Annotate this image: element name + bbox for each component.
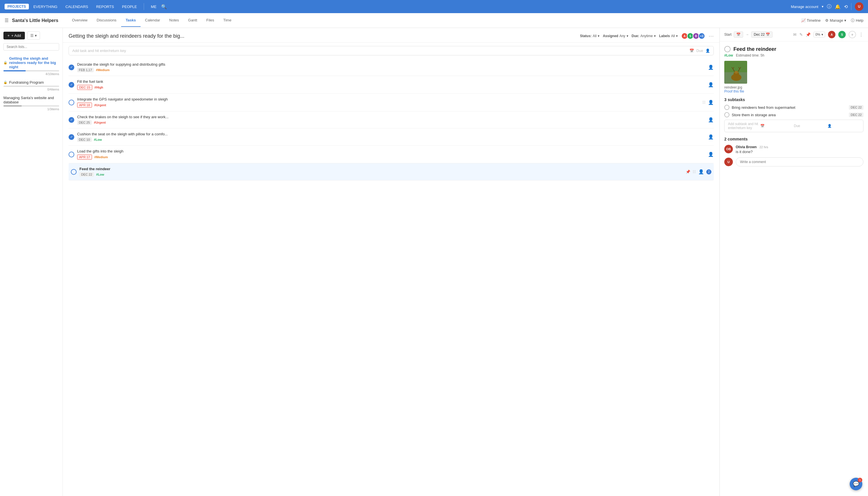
paperclip-icon[interactable]: 📌 (686, 170, 690, 174)
projects-logo[interactable]: PROJECTS (4, 4, 29, 10)
task-meta-5: DEC 10 #Low (77, 137, 705, 142)
timeline-button[interactable]: 📈 Timeline (801, 18, 821, 22)
manage-button[interactable]: ⚙ Manage ▾ (825, 18, 846, 22)
task-meta-7: DEC 22 #Low (79, 172, 683, 177)
task-assign-icon-4[interactable]: 👤 (708, 117, 714, 123)
sub-nav: ☰ Santa's Little Helpers Overview Discus… (0, 13, 868, 28)
tab-tasks[interactable]: Tasks (121, 14, 140, 27)
progress-select[interactable]: 0% ▾ (813, 32, 825, 37)
tab-calendar[interactable]: Calendar (140, 14, 165, 27)
assigned-filter[interactable]: Assigned Any ▾ (603, 34, 628, 38)
attachment-icon[interactable]: 📌 (806, 32, 810, 37)
task-check-7[interactable] (71, 169, 77, 175)
task-check-6[interactable] (68, 152, 74, 157)
add-button[interactable]: + + Add (3, 32, 25, 40)
subtask-name-1: Bring reindeers feed from supermarket (732, 105, 847, 110)
task-assign-icon-3[interactable]: 👤 (708, 100, 714, 105)
hamburger-icon[interactable]: ☰ (4, 18, 9, 23)
labels-filter[interactable]: Labels All ▾ (659, 34, 678, 38)
start-date-chip[interactable]: 📅 (734, 31, 743, 38)
tab-gantt[interactable]: Gantt (183, 14, 202, 27)
add-task-bar[interactable]: Add task and hit enter/return key 📅 Due … (68, 46, 714, 56)
detail-avatar-2[interactable]: S (838, 31, 846, 38)
info-icon[interactable]: ⓘ (827, 4, 832, 10)
tab-overview[interactable]: Overview (67, 14, 92, 27)
task-name-4: Check the brakes on the sleigh to see if… (77, 115, 705, 119)
task-badge-count-7: 2 (706, 169, 712, 174)
mail-icon[interactable]: ✉ (793, 32, 796, 37)
project-title: Santa's Little Helpers (12, 18, 58, 23)
sub-nav-right: 📈 Timeline ⚙ Manage ▾ ⓘ Help (801, 18, 864, 23)
nav-me[interactable]: ME (148, 3, 160, 11)
nav-everything[interactable]: EVERYTHING (30, 3, 61, 11)
list-name-2: 🔒 Fundraising Program (3, 80, 59, 84)
task-name-2: Fill the fuel tank (77, 79, 705, 84)
tab-discussions[interactable]: Discussions (92, 14, 121, 27)
bell-icon[interactable]: 🔔 (835, 4, 841, 10)
manage-account-link[interactable]: Manage account (791, 4, 818, 9)
list-icon[interactable]: ☷ (702, 100, 706, 105)
fab-button[interactable]: 💬 1 (850, 478, 862, 490)
subtask-check-1[interactable] (724, 105, 729, 110)
due-filter[interactable]: Due: Anytime ▾ (632, 34, 656, 38)
add-assignee-button[interactable]: + (849, 31, 856, 38)
task-detail-check[interactable] (724, 46, 731, 52)
more-options-button[interactable]: ⋯ (709, 33, 714, 39)
tab-time[interactable]: Time (219, 14, 236, 27)
task-check-5[interactable]: ✓ (68, 134, 74, 140)
nav-reports[interactable]: REPORTS (93, 3, 118, 11)
status-filter-value: All (593, 34, 597, 38)
search-lists-input[interactable] (3, 43, 59, 50)
task-body-4: Check the brakes on the sleigh to see if… (77, 115, 705, 125)
list-icon[interactable]: ☷ (692, 170, 696, 174)
sidebar-item-list-1[interactable]: 🔒 Getting the sleigh and reindeers ready… (0, 54, 63, 78)
calendar-icon: 📅 (766, 33, 770, 36)
sidebar-item-list-2[interactable]: 🔒 Fundraising Program 0/4items (0, 78, 63, 93)
end-date-chip[interactable]: Dec 22 📅 (751, 31, 773, 38)
filter-button[interactable]: ☰ ▾ (27, 31, 40, 40)
user-avatar[interactable]: U (855, 2, 864, 11)
calendar-icon: 📅 (736, 33, 741, 36)
pencil-icon[interactable]: ✎ (800, 32, 803, 37)
proof-file-link[interactable]: Proof this file (724, 89, 864, 93)
assign-icon[interactable]: 👤 (705, 48, 710, 53)
task-check-2[interactable]: ✓ (68, 82, 74, 88)
status-filter[interactable]: Status: All ▾ (580, 34, 599, 38)
tab-notes[interactable]: Notes (165, 14, 183, 27)
tab-files[interactable]: Files (202, 14, 218, 27)
sidebar-item-list-3[interactable]: Managing Santa's website and database 1/… (0, 93, 63, 113)
table-row: Integrate the GPS navigator and speedome… (68, 94, 714, 111)
help-circle-icon: ⓘ (851, 18, 855, 23)
calendar-icon[interactable]: 📅 (689, 48, 694, 53)
chevron-down-icon: ▾ (676, 34, 678, 38)
task-assign-icon-6[interactable]: 👤 (708, 152, 714, 157)
task-assign-icon-1[interactable]: 👤 (708, 64, 714, 70)
task-check-3[interactable] (68, 100, 74, 105)
nav-people[interactable]: PEOPLE (119, 3, 140, 11)
avatars-more-badge[interactable]: +3 (698, 33, 705, 40)
progress-bar-wrap-2 (3, 86, 59, 87)
sync-icon[interactable]: ⟲ (844, 4, 848, 10)
detail-avatar-1[interactable]: A (828, 31, 835, 38)
task-assign-icon-5[interactable]: 👤 (708, 134, 714, 140)
table-row: ✓ Decorate the sleigh for supplying and … (68, 59, 714, 76)
progress-bar-wrap-3 (3, 105, 59, 107)
comment-input[interactable] (736, 157, 864, 167)
task-assign-icon-2[interactable]: 👤 (708, 82, 714, 87)
list-title-1: Getting the sleigh and reindeers ready f… (9, 56, 59, 69)
task-tag-4: #Urgent (94, 121, 106, 124)
help-button[interactable]: ⓘ Help (851, 18, 864, 23)
add-subtask-placeholder: Add subtask and hit enter/return key (728, 122, 760, 130)
task-body-6: Load the gifts into the sleigh APR 17 #M… (77, 149, 705, 160)
task-meta-4: DEC 25 #Urgent (77, 120, 705, 125)
task-check-1[interactable]: ✓ (68, 64, 74, 70)
status-filter-label: Status: (580, 34, 592, 38)
nav-calendars[interactable]: CALENDARS (62, 3, 91, 11)
search-icon[interactable]: 🔍 (161, 4, 167, 10)
add-subtask-bar[interactable]: Add subtask and hit enter/return key 📅 D… (724, 120, 864, 132)
kebab-menu-button[interactable]: ⋮ (859, 32, 864, 37)
subtask-check-2[interactable] (724, 112, 729, 118)
task-assign-icon-7[interactable]: 👤 (698, 169, 704, 174)
comment-author-1: Olivia Brown (736, 145, 757, 149)
task-check-4[interactable]: ✓ (68, 117, 74, 123)
